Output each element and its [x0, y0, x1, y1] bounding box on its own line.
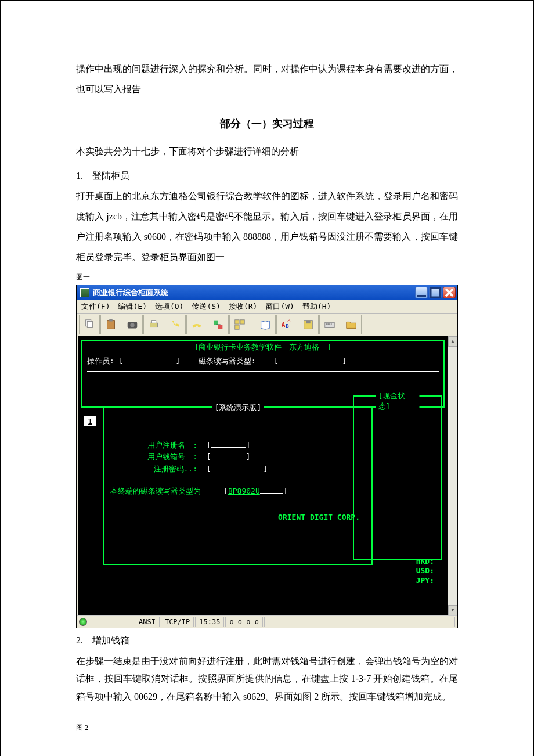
camera-icon[interactable]	[122, 315, 143, 334]
svg-rect-22	[329, 323, 330, 325]
operator-field[interactable]	[123, 358, 175, 366]
step-2-body: 在步骤一结束是由于没对前向好进行注册，此时需对钱箱号进行创建，会弹出钱箱号为空的…	[76, 653, 458, 705]
intro-paragraph: 操作中出现的问题进行深入的探究和分析。同时，对操作中认为课程本身有需要改进的方面…	[76, 59, 458, 99]
app-window: 商业银行综合柜面系统 文件(F) 编辑(E) 选项(O) 传送(S) 接收(R)…	[76, 285, 458, 628]
svg-rect-0	[417, 295, 426, 297]
hangup-icon[interactable]	[186, 315, 207, 334]
svg-rect-1	[431, 288, 440, 297]
paste-icon[interactable]	[100, 315, 121, 334]
close-button[interactable]	[443, 287, 456, 298]
svg-rect-9	[151, 320, 156, 323]
step-1-body: 打开桌面上的北京东方迪格公司银行综合教学软件的图标，进入软件系统，登录用户名和密…	[76, 186, 458, 268]
menu-receive[interactable]: 接收(R)	[229, 301, 257, 312]
menu-help[interactable]: 帮助(H)	[302, 301, 331, 312]
section-heading: 部分（一）实习过程	[76, 117, 458, 131]
menu-window[interactable]: 窗口(W)	[265, 301, 294, 312]
phone-icon[interactable]	[165, 315, 186, 334]
titlebar[interactable]: 商业银行综合柜面系统	[77, 285, 457, 300]
scroll-up-icon[interactable]: ▲	[448, 336, 457, 347]
cashbox-label: 用户钱箱号 :	[110, 451, 197, 463]
status-tcpip: TCP/IP	[161, 617, 194, 627]
reader-label: 磁条读写器类型:	[199, 357, 256, 365]
layout-icon[interactable]	[229, 315, 250, 334]
minimize-button[interactable]	[415, 287, 428, 298]
book-icon[interactable]	[255, 315, 276, 334]
menu-options[interactable]: 选项(O)	[155, 301, 183, 312]
page-badge: 1	[84, 416, 96, 426]
menu-edit[interactable]: 编辑(E)	[118, 301, 146, 312]
svg-rect-3	[87, 321, 92, 327]
cash-status-box: [现金状态]	[353, 395, 442, 560]
corp-name: ORIENT DIGIT CORP.	[110, 513, 366, 521]
print-icon[interactable]	[143, 315, 164, 334]
spellcheck-icon[interactable]: AB	[276, 315, 297, 334]
status-cell-1	[91, 617, 134, 627]
figure-2-label: 图 2	[76, 723, 458, 733]
svg-text:B: B	[286, 322, 289, 329]
svg-rect-4	[107, 320, 115, 329]
menubar: 文件(F) 编辑(E) 选项(O) 传送(S) 接收(R) 窗口(W) 帮助(H…	[77, 300, 457, 314]
password-label: 注册密码..:	[110, 463, 197, 476]
svg-rect-14	[235, 325, 239, 329]
status-indicators: o o o o	[225, 617, 263, 627]
intro-steps: 本实验共分为十七步，下面将对个步骤进行详细的分析	[76, 141, 458, 161]
svg-rect-11	[218, 325, 222, 329]
step-2-title: 2. 增加钱箱	[76, 632, 458, 649]
termtype-value: BP8902U	[228, 487, 260, 495]
currency-usd: USD:	[416, 566, 434, 576]
svg-rect-13	[240, 319, 244, 323]
floppy-icon[interactable]	[298, 315, 319, 334]
username-label: 用户注册名 :	[110, 440, 197, 452]
login-box: [系统演示版] 1 用户注册名 : [] 用户钱箱号 : [] 注册密码..: …	[103, 407, 373, 565]
keyboard-icon[interactable]	[319, 315, 340, 334]
svg-rect-8	[150, 323, 158, 327]
menu-send[interactable]: 传送(S)	[192, 301, 220, 312]
currency-list: HKD: USD: JPY:	[416, 557, 434, 586]
svg-rect-12	[235, 319, 239, 323]
vertical-scrollbar[interactable]: ▲ ▼	[448, 336, 457, 615]
svg-rect-20	[326, 323, 327, 325]
window-title: 商业银行综合柜面系统	[93, 287, 168, 298]
figure-1-label: 图一	[76, 272, 458, 282]
operator-label: 操作员:	[87, 357, 114, 365]
maximize-button[interactable]	[429, 287, 442, 298]
menu-file[interactable]: 文件(F)	[81, 301, 110, 312]
app-icon	[80, 288, 89, 297]
statusbar: ANSI TCP/IP 15:35 o o o o	[77, 615, 457, 628]
svg-rect-19	[325, 322, 335, 327]
folder-icon[interactable]	[341, 315, 362, 334]
status-spacer	[264, 617, 455, 627]
password-field[interactable]	[211, 464, 263, 471]
svg-rect-23	[331, 323, 332, 325]
scroll-down-icon[interactable]: ▼	[448, 605, 457, 615]
cashbox-field[interactable]	[211, 452, 246, 459]
terminal-area[interactable]: [商业银行卡业务教学软件 东方迪格 ] 操作员: [] 磁条读写器类型: [] …	[78, 336, 448, 615]
login-box-legend: [系统演示版]	[212, 402, 264, 413]
svg-point-7	[130, 323, 134, 327]
step-1-title: 1. 登陆柜员	[76, 165, 458, 186]
terminal-header: [商业银行卡业务教学软件 东方迪格 ]	[87, 342, 439, 352]
toolbar: AB	[77, 314, 457, 336]
reader-field[interactable]	[279, 358, 342, 366]
status-time: 15:35	[195, 617, 224, 627]
svg-rect-10	[214, 320, 218, 324]
username-field[interactable]	[211, 440, 246, 448]
svg-text:A: A	[282, 321, 286, 328]
status-ansi: ANSI	[135, 617, 160, 627]
copy-icon[interactable]	[79, 315, 100, 334]
svg-rect-21	[327, 323, 329, 325]
document-page: 操作中出现的问题进行深入的探究和分析。同时，对操作中认为课程本身有需要改进的方面…	[0, 0, 534, 756]
status-led-icon	[79, 618, 87, 626]
termtype-label: 本终端的磁条读写器类型为	[110, 487, 201, 495]
cash-status-legend: [现金状态]	[376, 391, 420, 412]
currency-jpy: JPY:	[416, 576, 434, 586]
svg-rect-5	[109, 319, 113, 321]
svg-rect-18	[306, 320, 310, 323]
connect-icon[interactable]	[208, 315, 229, 334]
currency-hkd: HKD:	[416, 557, 434, 567]
